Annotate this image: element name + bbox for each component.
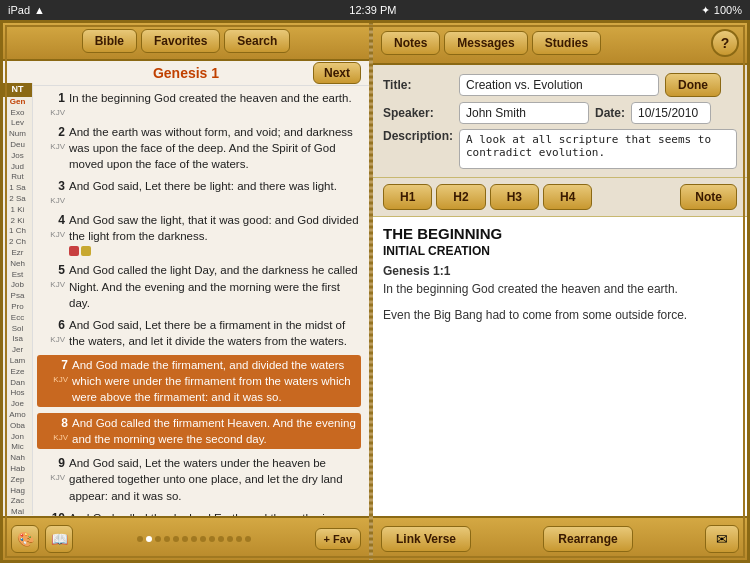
color-dot[interactable]: [69, 246, 79, 256]
bible-button[interactable]: Bible: [82, 29, 137, 53]
book-item-isa[interactable]: Isa: [3, 334, 32, 345]
verse-block-7[interactable]: 7KJVAnd God made the firmament, and divi…: [37, 355, 361, 407]
page-dot-1[interactable]: [146, 536, 152, 542]
verse-block-5[interactable]: 5KJVAnd God called the light Day, and th…: [37, 262, 361, 310]
page-dot-0[interactable]: [137, 536, 143, 542]
verse-text-content: And God said, Let there be light: and th…: [69, 178, 337, 206]
verse-block-4[interactable]: 4KJVAnd God saw the light, that it was g…: [37, 212, 361, 256]
fav-button[interactable]: + Fav: [315, 528, 361, 550]
done-button[interactable]: Done: [665, 73, 721, 97]
book-item-lam[interactable]: Lam: [3, 356, 32, 367]
notes-tab[interactable]: Notes: [381, 31, 440, 55]
book-item-exo[interactable]: Exo: [3, 108, 32, 119]
book-item-hab[interactable]: Hab: [3, 464, 32, 475]
page-dot-6[interactable]: [191, 536, 197, 542]
favorites-button[interactable]: Favorites: [141, 29, 220, 53]
book-item-1ki[interactable]: 1 Ki: [3, 205, 32, 216]
book-item-job[interactable]: Job: [3, 280, 32, 291]
book-item-2ch[interactable]: 2 Ch: [3, 237, 32, 248]
book-item-jer[interactable]: Jer: [3, 345, 32, 356]
verse-text-content: And God saw the light, that it was good:…: [69, 212, 361, 256]
verse-num: 9: [58, 456, 65, 470]
book-item-jud[interactable]: Jud: [3, 162, 32, 173]
messages-tab[interactable]: Messages: [444, 31, 527, 55]
description-input[interactable]: [459, 129, 737, 169]
date-input[interactable]: [631, 102, 711, 124]
link-verse-button[interactable]: Link Verse: [381, 526, 471, 552]
page-dot-3[interactable]: [164, 536, 170, 542]
page-dot-8[interactable]: [209, 536, 215, 542]
book-item-est[interactable]: Est: [3, 270, 32, 281]
book-item-rut[interactable]: Rut: [3, 172, 32, 183]
verse-block-9[interactable]: 9KJVAnd God said, Let the waters under t…: [37, 455, 361, 503]
study-note-text: Even the Big Bang had to come from some …: [383, 306, 737, 324]
scripture-content[interactable]: 1KJVIn the beginning God created the hea…: [33, 86, 369, 516]
book-item-lev[interactable]: Lev: [3, 118, 32, 129]
heading-btn-note[interactable]: Note: [680, 184, 737, 210]
book-item-jon[interactable]: Jon: [3, 432, 32, 443]
page-dot-10[interactable]: [227, 536, 233, 542]
title-input[interactable]: [459, 74, 659, 96]
next-button[interactable]: Next: [313, 62, 361, 84]
book-item-psa[interactable]: Psa: [3, 291, 32, 302]
book-item-gen[interactable]: Gen: [3, 97, 32, 108]
book-item-neh[interactable]: Neh: [3, 259, 32, 270]
verse-num: 8: [61, 416, 68, 430]
book-item-2ki[interactable]: 2 Ki: [3, 216, 32, 227]
page-dot-5[interactable]: [182, 536, 188, 542]
heading-btn-h3[interactable]: H3: [490, 184, 539, 210]
book-item-jos[interactable]: Jos: [3, 151, 32, 162]
heading-btn-h4[interactable]: H4: [543, 184, 592, 210]
page-dot-7[interactable]: [200, 536, 206, 542]
book-item-ecc[interactable]: Ecc: [3, 313, 32, 324]
book-item-mal[interactable]: Mal: [3, 507, 32, 515]
verse-block-2[interactable]: 2KJVAnd the earth was without form, and …: [37, 124, 361, 172]
book-item-2sa[interactable]: 2 Sa: [3, 194, 32, 205]
speaker-input[interactable]: [459, 102, 589, 124]
book-item-eze[interactable]: Eze: [3, 367, 32, 378]
book-item-ezr[interactable]: Ezr: [3, 248, 32, 259]
book-item-1ch[interactable]: 1 Ch: [3, 226, 32, 237]
mail-button[interactable]: ✉: [705, 525, 739, 553]
book-sidebar[interactable]: NTGenExoLevNumDeuJosJudRut1 Sa2 Sa1 Ki2 …: [3, 83, 33, 515]
heading-btn-h2[interactable]: H2: [436, 184, 485, 210]
book-item-hos[interactable]: Hos: [3, 388, 32, 399]
book-item-dan[interactable]: Dan: [3, 378, 32, 389]
page-dot-4[interactable]: [173, 536, 179, 542]
book-item-zac[interactable]: Zac: [3, 496, 32, 507]
book-item-amo[interactable]: Amo: [3, 410, 32, 421]
book-item-joe[interactable]: Joe: [3, 399, 32, 410]
book-item-hag[interactable]: Hag: [3, 486, 32, 497]
verse-num: 2: [58, 125, 65, 139]
page-dot-9[interactable]: [218, 536, 224, 542]
book-item-zep[interactable]: Zep: [3, 475, 32, 486]
book-item-oba[interactable]: Oba: [3, 421, 32, 432]
book-item-1sa[interactable]: 1 Sa: [3, 183, 32, 194]
help-button[interactable]: ?: [711, 29, 739, 57]
study-verse-text: In the beginning God created the heaven …: [383, 280, 737, 298]
heading-btn-h1[interactable]: H1: [383, 184, 432, 210]
page-dot-12[interactable]: [245, 536, 251, 542]
studies-tab[interactable]: Studies: [532, 31, 601, 55]
verse-block-6[interactable]: 6KJVAnd God said, Let there be a firmame…: [37, 317, 361, 349]
verse-block-8[interactable]: 8KJVAnd God called the firmament Heaven.…: [37, 413, 361, 449]
page-icon[interactable]: 📖: [45, 525, 73, 553]
book-item-mic[interactable]: Mic: [3, 442, 32, 453]
book-item-deu[interactable]: Deu: [3, 140, 32, 151]
rearrange-button[interactable]: Rearrange: [543, 526, 632, 552]
verse-text: And the earth was without form, and void…: [69, 126, 353, 170]
book-item-pro[interactable]: Pro: [3, 302, 32, 313]
search-button[interactable]: Search: [224, 29, 290, 53]
verse-text: And God said, Let the waters under the h…: [69, 457, 343, 501]
verse-block-1[interactable]: 1KJVIn the beginning God created the hea…: [37, 90, 361, 118]
book-item-nt[interactable]: NT: [3, 83, 32, 97]
page-dot-11[interactable]: [236, 536, 242, 542]
verse-block-3[interactable]: 3KJVAnd God said, Let there be light: an…: [37, 178, 361, 206]
color-icon[interactable]: 🎨: [11, 525, 39, 553]
verse-text-content: And the earth was without form, and void…: [69, 124, 361, 172]
book-item-num[interactable]: Num: [3, 129, 32, 140]
color-dot[interactable]: [81, 246, 91, 256]
page-dot-2[interactable]: [155, 536, 161, 542]
book-item-nah[interactable]: Nah: [3, 453, 32, 464]
book-item-sol[interactable]: Sol: [3, 324, 32, 335]
